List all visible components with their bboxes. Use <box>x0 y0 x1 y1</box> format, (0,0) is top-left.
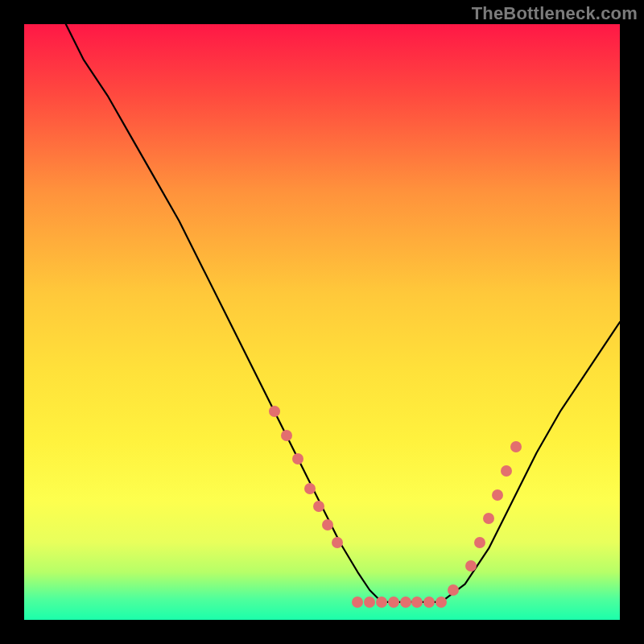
watermark-label: TheBottleneck.com <box>472 3 638 24</box>
chart-stage: TheBottleneck.com <box>0 0 644 644</box>
svg-rect-0 <box>24 24 620 620</box>
background-gradient <box>24 24 620 620</box>
plot-area <box>24 24 620 620</box>
